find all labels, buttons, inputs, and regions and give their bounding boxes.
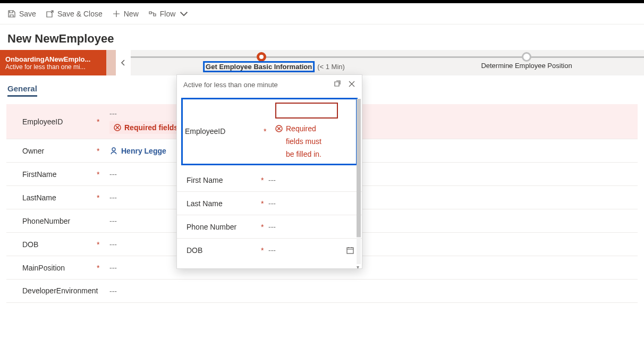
field-label: Owner	[6, 147, 97, 155]
save-button[interactable]: Save	[7, 10, 36, 18]
bpf-stage1-label[interactable]: Get Employee Basic Information	[204, 62, 314, 72]
field-value: ---	[109, 264, 117, 272]
field-value: ---	[268, 223, 276, 231]
flyout-header: Active for less than one minute	[177, 75, 362, 95]
chevron-down-icon	[180, 10, 188, 18]
page-title: New NewEmployee	[0, 24, 644, 50]
field-devenv[interactable]: DeveloperEnvironment ---	[6, 280, 638, 303]
flow-icon	[148, 10, 157, 18]
bpf-track: Get Employee Basic Information (< 1 Min)…	[131, 50, 644, 75]
save-close-button[interactable]: Save & Close	[46, 10, 103, 18]
save-close-label: Save & Close	[57, 10, 103, 18]
person-icon	[109, 147, 118, 155]
save-close-icon	[46, 10, 54, 18]
field-value: ---	[268, 199, 276, 208]
new-label: New	[124, 10, 139, 18]
required-marker: *	[97, 170, 106, 179]
bpf-row: OnboardingANewEmplo... Active for less t…	[0, 50, 644, 75]
field-label: Phone Number	[187, 223, 261, 231]
bpf-stage1-duration: (< 1 Min)	[317, 63, 345, 71]
employee-id-error: Required fields must be filled in.	[275, 123, 354, 160]
field-value: ---	[268, 246, 276, 255]
close-button[interactable]	[348, 80, 355, 89]
field-label: MainPosition	[6, 264, 97, 272]
svg-rect-3	[347, 248, 353, 254]
field-value: ---	[109, 217, 117, 225]
bpf-line	[131, 56, 644, 58]
fly-phone[interactable]: Phone Number * ---	[177, 215, 362, 239]
required-marker: *	[261, 246, 268, 255]
owner-link[interactable]: Henry Legge	[109, 147, 166, 155]
field-label: PhoneNumber	[6, 217, 97, 225]
employee-id-highlight: EmployeeID * Required fields must be fil…	[181, 98, 358, 165]
flow-button[interactable]: Flow	[148, 10, 189, 18]
required-marker: *	[97, 240, 106, 249]
field-value: ---	[109, 170, 117, 179]
field-value: ---	[109, 193, 117, 202]
field-label: DOB	[6, 240, 97, 249]
required-marker: *	[97, 117, 106, 126]
field-label: First Name	[187, 176, 261, 184]
fly-dob[interactable]: DOB * ---	[177, 239, 362, 262]
field-label: LastName	[6, 193, 97, 202]
field-value: ---	[109, 287, 117, 295]
field-value: ---	[268, 176, 276, 184]
error-icon	[275, 125, 283, 132]
field-error: Required fields	[109, 121, 182, 134]
chevron-left-icon	[120, 59, 126, 66]
tab-general[interactable]: General	[7, 84, 37, 97]
bpf-stage2-node[interactable]	[522, 52, 531, 62]
close-icon	[348, 80, 355, 88]
fly-firstname[interactable]: First Name * ---	[177, 168, 362, 192]
required-marker: *	[264, 103, 271, 136]
field-label: DOB	[187, 246, 261, 255]
field-label: FirstName	[6, 170, 97, 179]
field-label: Last Name	[187, 199, 261, 208]
new-button[interactable]: New	[112, 10, 139, 18]
required-marker: *	[97, 193, 106, 202]
field-label: EmployeeID	[6, 117, 97, 126]
owner-name: Henry Legge	[121, 147, 166, 155]
bpf-stage1-node[interactable]	[257, 52, 266, 62]
required-marker: *	[261, 223, 268, 231]
bpf-process-pill[interactable]: OnboardingANewEmplo... Active for less t…	[0, 50, 106, 75]
bpf-stage2-label[interactable]: Determine Employee Position	[481, 62, 572, 70]
command-bar: Save Save & Close New Flow	[0, 3, 644, 24]
fly-employee-id-label: EmployeeID	[185, 103, 259, 136]
required-marker: *	[97, 264, 106, 272]
popout-button[interactable]	[333, 80, 341, 89]
flyout-body: EmployeeID * Required fields must be fil…	[177, 95, 362, 268]
svg-point-1	[112, 148, 115, 151]
save-icon	[7, 10, 16, 18]
error-icon	[114, 124, 121, 131]
flyout-scrollbar-thumb[interactable]	[357, 99, 361, 237]
required-marker: *	[261, 176, 268, 184]
required-marker: *	[97, 147, 106, 155]
stage-flyout: Active for less than one minute Employee…	[176, 74, 362, 269]
fly-lastname[interactable]: Last Name * ---	[177, 192, 362, 215]
flyout-scroll-down[interactable]: ▾	[354, 263, 361, 271]
employee-id-input[interactable]	[275, 103, 338, 119]
field-value: ---	[109, 109, 182, 118]
popout-icon	[333, 80, 341, 88]
plus-icon	[112, 10, 121, 18]
calendar-icon[interactable]	[346, 246, 354, 255]
bpf-pill-tail	[106, 50, 116, 75]
bpf-prev-button[interactable]	[116, 50, 131, 75]
field-value: ---	[109, 240, 117, 249]
bpf-name: OnboardingANewEmplo...	[5, 55, 101, 63]
flyout-status: Active for less than one minute	[183, 81, 278, 89]
field-label: DeveloperEnvironment	[6, 286, 97, 295]
flow-label: Flow	[160, 10, 176, 18]
bpf-status: Active for less than one mi...	[5, 63, 101, 71]
save-label: Save	[19, 10, 36, 18]
required-marker: *	[261, 199, 268, 208]
